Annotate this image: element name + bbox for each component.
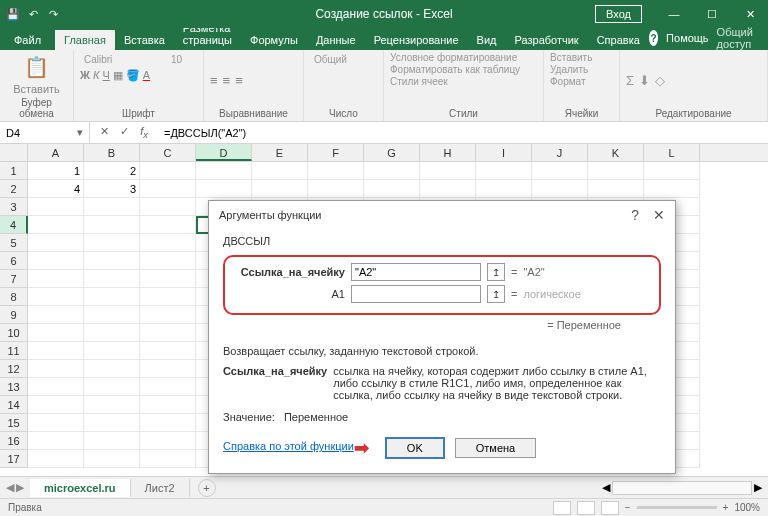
col-header-E[interactable]: E (252, 144, 308, 161)
cell-L2[interactable] (644, 180, 700, 198)
cell-A7[interactable] (28, 270, 84, 288)
cell-C1[interactable] (140, 162, 196, 180)
paste-icon[interactable]: 📋 (24, 55, 49, 79)
row-header-11[interactable]: 11 (0, 342, 28, 360)
cell-C8[interactable] (140, 288, 196, 306)
tell-me[interactable]: Помощь (666, 32, 709, 44)
arg2-input[interactable] (351, 285, 481, 303)
chevron-down-icon[interactable]: ▾ (77, 126, 83, 139)
cell-A14[interactable] (28, 396, 84, 414)
cell-C17[interactable] (140, 450, 196, 468)
sheet-next-icon[interactable]: ▶ (16, 481, 24, 494)
cell-E1[interactable] (252, 162, 308, 180)
save-icon[interactable]: 💾 (6, 7, 20, 21)
collapse-dialog-icon[interactable]: ↥ (487, 263, 505, 281)
border-icon[interactable]: ▦ (113, 69, 123, 82)
cell-K2[interactable] (588, 180, 644, 198)
cell-A15[interactable] (28, 414, 84, 432)
sheet-prev-icon[interactable]: ◀ (6, 481, 14, 494)
tab-help[interactable]: Справка (588, 30, 649, 50)
cell-A1[interactable]: 1 (28, 162, 84, 180)
undo-icon[interactable]: ↶ (26, 7, 40, 21)
tab-file[interactable]: Файл (0, 30, 55, 50)
cell-E2[interactable] (252, 180, 308, 198)
row-header-17[interactable]: 17 (0, 450, 28, 468)
tab-view[interactable]: Вид (468, 30, 506, 50)
cancel-formula-icon[interactable]: ✕ (96, 125, 112, 140)
fill-down-icon[interactable]: ⬇ (639, 73, 650, 88)
select-all-corner[interactable] (0, 144, 28, 161)
cell-B17[interactable] (84, 450, 140, 468)
view-layout-icon[interactable] (577, 501, 595, 515)
cell-C12[interactable] (140, 360, 196, 378)
underline-icon[interactable]: Ч (102, 69, 109, 82)
cell-C13[interactable] (140, 378, 196, 396)
cell-A9[interactable] (28, 306, 84, 324)
row-header-1[interactable]: 1 (0, 162, 28, 180)
col-header-G[interactable]: G (364, 144, 420, 161)
row-header-8[interactable]: 8 (0, 288, 28, 306)
col-header-I[interactable]: I (476, 144, 532, 161)
col-header-F[interactable]: F (308, 144, 364, 161)
row-header-16[interactable]: 16 (0, 432, 28, 450)
accept-formula-icon[interactable]: ✓ (116, 125, 132, 140)
cell-H1[interactable] (420, 162, 476, 180)
cell-B12[interactable] (84, 360, 140, 378)
add-sheet-icon[interactable]: + (198, 479, 216, 497)
sheet-tab-1[interactable]: microexcel.ru (30, 479, 131, 497)
cancel-button[interactable]: Отмена (455, 438, 536, 458)
zoom-in-icon[interactable]: + (723, 502, 729, 513)
cell-A5[interactable] (28, 234, 84, 252)
dialog-close-icon[interactable]: ✕ (653, 207, 665, 223)
cell-A4[interactable] (28, 216, 84, 234)
row-header-2[interactable]: 2 (0, 180, 28, 198)
row-header-14[interactable]: 14 (0, 396, 28, 414)
cell-D2[interactable] (196, 180, 252, 198)
cell-B2[interactable]: 3 (84, 180, 140, 198)
col-header-L[interactable]: L (644, 144, 700, 161)
insert-cells[interactable]: Вставить (550, 52, 592, 63)
dialog-help-icon[interactable]: ? (631, 207, 639, 223)
tab-formulas[interactable]: Формулы (241, 30, 307, 50)
fx-icon[interactable]: fx (136, 125, 152, 140)
cell-L1[interactable] (644, 162, 700, 180)
cell-J1[interactable] (532, 162, 588, 180)
cell-D1[interactable] (196, 162, 252, 180)
tab-developer[interactable]: Разработчик (506, 30, 588, 50)
cell-A6[interactable] (28, 252, 84, 270)
minimize-icon[interactable]: — (656, 0, 692, 28)
zoom-slider[interactable] (637, 506, 717, 509)
scroll-right-icon[interactable]: ▶ (754, 481, 762, 494)
font-family[interactable]: Calibri (80, 52, 165, 67)
cell-A3[interactable] (28, 198, 84, 216)
row-header-7[interactable]: 7 (0, 270, 28, 288)
cell-B9[interactable] (84, 306, 140, 324)
row-header-4[interactable]: 4 (0, 216, 28, 234)
cell-B10[interactable] (84, 324, 140, 342)
arg1-input[interactable] (351, 263, 481, 281)
format-table[interactable]: Форматировать как таблицу (390, 64, 520, 75)
view-break-icon[interactable] (601, 501, 619, 515)
formula-input[interactable]: =ДВССЫЛ("A2") (158, 127, 768, 139)
cell-A17[interactable] (28, 450, 84, 468)
cell-B7[interactable] (84, 270, 140, 288)
maximize-icon[interactable]: ☐ (694, 0, 730, 28)
tab-review[interactable]: Рецензирование (365, 30, 468, 50)
close-icon[interactable]: ✕ (732, 0, 768, 28)
cell-C4[interactable] (140, 216, 196, 234)
bold-icon[interactable]: Ж (80, 69, 90, 82)
scroll-left-icon[interactable]: ◀ (602, 481, 610, 494)
cell-B8[interactable] (84, 288, 140, 306)
tab-home[interactable]: Главная (55, 30, 115, 50)
delete-cells[interactable]: Удалить (550, 64, 588, 75)
cell-A2[interactable]: 4 (28, 180, 84, 198)
row-header-10[interactable]: 10 (0, 324, 28, 342)
cell-A10[interactable] (28, 324, 84, 342)
tab-insert[interactable]: Вставка (115, 30, 174, 50)
cell-J2[interactable] (532, 180, 588, 198)
fill-icon[interactable]: 🪣 (126, 69, 140, 82)
cell-B16[interactable] (84, 432, 140, 450)
cell-B5[interactable] (84, 234, 140, 252)
row-header-12[interactable]: 12 (0, 360, 28, 378)
cell-B14[interactable] (84, 396, 140, 414)
